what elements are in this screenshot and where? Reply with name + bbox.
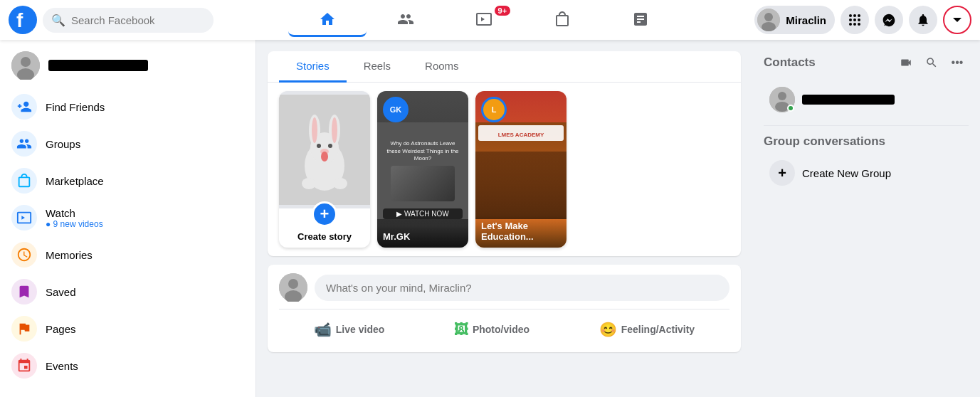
facebook-logo[interactable]: f xyxy=(9,6,37,34)
svg-text:f: f xyxy=(16,9,23,31)
notifications-button[interactable] xyxy=(909,6,937,34)
svg-point-24 xyxy=(317,144,321,148)
live-video-icon: 📹 xyxy=(314,321,332,338)
nav-marketplace-button[interactable] xyxy=(523,3,601,37)
svg-point-7 xyxy=(858,14,860,17)
sidebar-user-profile[interactable] xyxy=(6,46,250,85)
sidebar-item-memories[interactable]: Memories xyxy=(6,236,250,273)
sidebar-divider xyxy=(764,125,969,126)
create-story-image xyxy=(279,91,370,208)
sidebar-label-watch: Watch xyxy=(46,207,103,219)
nav-watch-button[interactable]: 9+ xyxy=(445,3,523,37)
story-card-lmes[interactable]: L LMES ACADEMY Let's Make Education... xyxy=(475,91,567,248)
svg-point-12 xyxy=(853,23,856,26)
contacts-actions: ••• xyxy=(895,51,969,74)
mrgk-avatar: GK xyxy=(383,97,409,122)
messenger-button[interactable] xyxy=(875,6,903,34)
story-card-mrgk[interactable]: GK Why do Astronauts Leave these Weirdes… xyxy=(377,91,468,248)
sidebar-item-groups[interactable]: Groups xyxy=(6,125,250,162)
svg-point-23 xyxy=(332,117,337,143)
create-group-plus-icon: + xyxy=(769,160,795,186)
saved-icon xyxy=(11,279,37,305)
nav-home-button[interactable] xyxy=(288,3,367,37)
search-bar[interactable]: 🔍 xyxy=(43,8,214,33)
create-story-plus-button[interactable]: + xyxy=(312,201,337,227)
nav-center: 9+ xyxy=(219,3,749,37)
sidebar-label-events: Events xyxy=(46,360,78,372)
lmes-avatar: L xyxy=(481,97,507,122)
svg-point-15 xyxy=(21,57,31,67)
svg-point-29 xyxy=(333,178,347,189)
search-input[interactable] xyxy=(71,14,205,26)
sidebar-label-groups: Groups xyxy=(46,138,80,150)
post-box-top xyxy=(279,273,729,302)
watch-now-badge: ▶ WATCH NOW xyxy=(383,208,463,219)
sidebar-user-avatar xyxy=(11,51,40,80)
svg-point-6 xyxy=(853,14,856,17)
stories-card: Stories Reels Rooms xyxy=(268,51,741,256)
create-story-label: Create story xyxy=(285,231,364,242)
photo-video-label: Photo/video xyxy=(473,324,529,335)
events-icon xyxy=(11,353,37,379)
left-sidebar: Find Friends Groups Marketplace xyxy=(0,40,256,397)
more-dots: ••• xyxy=(952,56,964,69)
apps-button[interactable] xyxy=(841,6,869,34)
stories-tabs: Stories Reels Rooms xyxy=(268,51,741,83)
sidebar-item-saved[interactable]: Saved xyxy=(6,273,250,310)
user-chip[interactable]: Miraclin xyxy=(754,6,835,34)
tab-reels[interactable]: Reels xyxy=(347,51,408,83)
nav-pages-button[interactable] xyxy=(601,3,680,37)
sidebar-item-pages[interactable]: Pages xyxy=(6,310,250,347)
nav-right: Miraclin xyxy=(754,6,971,34)
sidebar-item-marketplace[interactable]: Marketplace xyxy=(6,162,250,199)
post-user-avatar xyxy=(279,273,307,302)
contact-online-indicator xyxy=(787,105,794,112)
contacts-title: Contacts xyxy=(764,55,816,70)
feeling-label: Feeling/Activity xyxy=(621,324,695,335)
svg-point-13 xyxy=(858,23,860,26)
feeling-activity-button[interactable]: 😊 Feeling/Activity xyxy=(588,315,706,344)
contacts-header: Contacts ••• xyxy=(764,51,969,74)
marketplace-icon xyxy=(11,168,37,194)
feeling-icon: 😊 xyxy=(599,321,617,338)
right-sidebar: Contacts ••• xyxy=(752,40,980,397)
nav-user-avatar xyxy=(757,9,780,31)
contact-item[interactable] xyxy=(764,83,969,117)
svg-point-31 xyxy=(288,279,298,289)
pages-icon xyxy=(11,316,37,342)
contacts-more-button[interactable]: ••• xyxy=(946,51,969,74)
svg-point-5 xyxy=(849,14,852,17)
create-group-label: Create New Group xyxy=(802,167,891,179)
post-input[interactable] xyxy=(315,275,729,301)
post-box: 📹 Live video 🖼 Photo/video 😊 Feeling/Act… xyxy=(268,265,741,352)
dropdown-button[interactable] xyxy=(943,6,971,34)
create-story-bottom: + Create story xyxy=(279,208,370,248)
sidebar-watch-sub: ● 9 new videos xyxy=(46,219,103,229)
bunny-illustration xyxy=(279,95,370,205)
page-layout: Find Friends Groups Marketplace xyxy=(0,0,980,397)
watch-icon xyxy=(11,205,37,231)
live-video-button[interactable]: 📹 Live video xyxy=(302,315,396,344)
sidebar-user-name xyxy=(48,60,148,71)
create-new-group-button[interactable]: + Create New Group xyxy=(764,156,969,190)
tab-rooms[interactable]: Rooms xyxy=(408,51,476,83)
svg-point-10 xyxy=(858,18,860,21)
sidebar-label-marketplace: Marketplace xyxy=(46,175,104,187)
photo-video-button[interactable]: 🖼 Photo/video xyxy=(443,315,541,344)
lmes-story-label: Let's Make Education... xyxy=(475,215,567,248)
sidebar-item-watch[interactable]: Watch ● 9 new videos xyxy=(6,199,250,236)
tab-stories[interactable]: Stories xyxy=(279,51,347,83)
svg-point-8 xyxy=(849,18,852,21)
sidebar-item-events[interactable]: Events xyxy=(6,347,250,384)
nav-friends-button[interactable] xyxy=(367,3,445,37)
create-story-card[interactable]: + Create story xyxy=(279,91,370,248)
svg-point-11 xyxy=(849,23,852,26)
sidebar-item-find-friends[interactable]: Find Friends xyxy=(6,88,250,125)
find-friends-icon xyxy=(11,94,37,120)
mrgk-story-label: Mr.GK xyxy=(377,226,468,248)
sidebar-watch-labels: Watch ● 9 new videos xyxy=(46,207,103,229)
contacts-video-call-button[interactable] xyxy=(895,51,917,74)
contact-name xyxy=(802,95,895,105)
contacts-search-button[interactable] xyxy=(920,51,943,74)
svg-point-3 xyxy=(764,13,773,21)
